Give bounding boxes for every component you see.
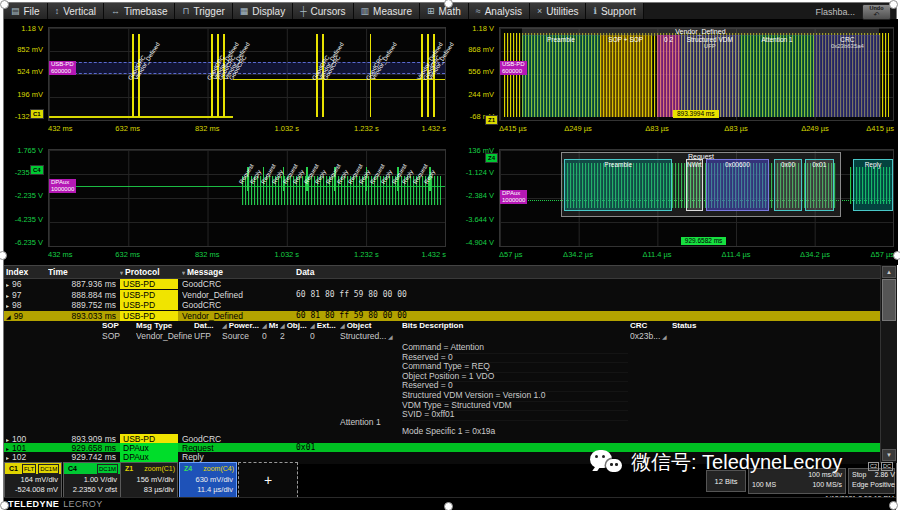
trigger-box[interactable]: C2DCStop2.86 VEdgePositive [848,468,895,494]
decode-segment-reply: Reply [853,159,892,212]
y-tick: -4.235 V [4,216,43,224]
add-trace-button[interactable]: + [238,462,298,498]
channel-badge-z1[interactable]: Z1 [485,115,498,125]
coupling-badge-dc1m: DC1M [97,464,118,474]
resize-handle-bottom-left[interactable] [0,501,9,510]
index-cell: ◢99 [6,311,48,322]
expand-icon[interactable]: ◢ [386,334,392,340]
scroll-up-button[interactable]: ▲ [882,266,896,278]
c1-trace-low [49,116,233,118]
watermark-text: 微信号: TeledyneLecroy [631,449,842,476]
descriptor-offset: -524.008 mV [15,485,58,494]
menu-item-timebase[interactable]: ↔Timebase [104,3,176,19]
column-header-data[interactable]: Data [296,267,856,277]
sort-icon[interactable]: ▾ [182,270,185,276]
decoder-label-usb-pd[interactable]: USB-PD600000 [49,61,76,75]
descriptor-c4[interactable]: C4DC1M1.00 V/div2.2350 V ofst [63,462,121,498]
decode-segment-preamble: Preamble [564,159,672,212]
menu-item-label: Timebase [124,6,168,17]
channel-badge-c4[interactable]: C4 [30,165,44,175]
channel-badge-z4[interactable]: Z4 [485,153,498,163]
scroll-thumb[interactable] [882,279,896,321]
x-tick: Δ249 µs [564,124,592,133]
undo-button[interactable]: Undo ↶ [862,4,891,20]
resize-handle-top-left[interactable] [0,0,9,9]
expand-arrow[interactable]: ▸ [6,293,9,299]
decoder-label-dpaux[interactable]: DPAux1000000 [49,179,76,193]
index-cell: ▸96 [6,279,48,290]
segment-sublabel: 0x23b635a4 [814,43,880,49]
segment-sublabel: UFP [680,43,740,49]
decoder-rate: 1000000 [49,186,76,193]
detail-value-4: Source [222,331,260,341]
resize-handle-bottom-middle[interactable] [444,502,453,510]
resize-handle-bottom-right[interactable] [889,501,898,510]
y-tick: 852 mV [4,46,43,54]
plot-c4[interactable]: RequestReplyRequestReplyRequestReplyRequ… [48,149,446,247]
detail-header-5: ◢Ms [262,321,278,331]
table-row-98[interactable]: ▸98889.752 msUSB-PDGoodCRC [4,300,880,311]
resize-handle-top-right[interactable] [889,0,898,9]
detail-value-row[interactable]: SOPVendor_DefinedUFPSource020Structured.… [4,331,880,342]
utilities-icon: × [537,7,542,16]
descriptor-z1[interactable]: Z1zoom(C1)156 mV/div83 µs/div [120,462,178,498]
watermark: 微信号: TeledyneLecroy [589,447,842,477]
descriptor-c1[interactable]: C1FLTDC1M164 mV/div-524.008 mV [4,462,62,498]
panel-z4: RequestPreambleNWrt0x006000x000x01ReplyD… [451,141,898,265]
menu-item-analysis[interactable]: ≈Analysis [469,3,530,19]
menu-item-support[interactable]: ℹSupport [586,3,643,19]
menu-item-vertical[interactable]: ↕Vertical [48,3,104,19]
column-header-time[interactable]: Time [48,267,116,277]
menu-item-display[interactable]: ▦Display [233,3,293,19]
plot-c1[interactable]: USB-PD600000GoodCRCVendor_DefinedGoodCRC… [48,27,446,121]
resize-handle-right-middle[interactable] [893,251,900,260]
menu-item-utilities[interactable]: ×Utilities [530,3,587,19]
trigger-type: Edge [852,481,868,488]
scroll-down-button[interactable]: ▼ [882,449,896,461]
segment-label: NWrt [687,161,702,168]
x-tick: Δ11.4 µs [642,250,671,259]
flashback-label: Flashba... [815,7,855,17]
sort-icon[interactable]: ▾ [120,270,123,276]
y-tick: 1.18 V [451,25,494,33]
trigger-chips: C2DC [866,462,893,471]
bits-description-line: Mode Specific 1 = 0x19a [402,427,495,437]
y-tick: -4.904 V [451,239,494,247]
y-tick: -1.124 V [451,169,494,177]
y-tick: -3.644 V [451,216,494,224]
decoder-label-dpaux[interactable]: DPAux1000000 [500,190,527,204]
expand-arrow[interactable]: ◢ [6,314,11,320]
channel-badge-c1[interactable]: C1 [30,109,44,119]
table-scrollbar[interactable]: ▲ ▼ [880,265,897,463]
table-row-96[interactable]: ▸96887.936 msUSB-PDGoodCRC [4,279,880,290]
expand-arrow[interactable]: ▸ [6,282,9,288]
x-tick: 1.032 s [274,124,299,133]
descriptor-scale: 164 mV/div [20,475,58,484]
descriptor-z4[interactable]: Z4zoom(C4)630 mV/div11.4 µs/div [179,462,237,498]
panel-c4: RequestReplyRequestReplyRequestReplyRequ… [4,141,450,265]
trigger-source-chip: C2 [868,462,879,471]
column-header-message[interactable]: ▾Message [182,267,294,278]
menu-item-label: Utilities [546,6,578,17]
timebase-samples: 100 MS [752,481,776,488]
trigger-mode: Stop [852,471,868,478]
decoder-label-usb-pd[interactable]: USB-PD600000 [500,61,527,75]
table-row-99[interactable]: ◢99893.033 msUSB-PDVendor_Defined60 81 8… [4,311,880,322]
expand-icon[interactable]: ◢ [660,334,666,340]
column-header-protocol[interactable]: ▾Protocol [120,267,180,278]
segment-label: Preamble [522,36,601,43]
menu-item-measure[interactable]: ▥Measure [354,3,420,19]
plot-z1[interactable]: Vendor_DefinedPreambleSOP + SOP0 2Struct… [499,27,894,121]
expand-arrow[interactable]: ▸ [6,303,9,309]
decoder-name: DPAux [500,190,527,197]
plot-z4[interactable]: RequestPreambleNWrt0x006000x000x01ReplyD… [499,149,894,247]
menu-item-label: Measure [373,6,412,17]
segment-label: Attention 1 [740,36,815,43]
menu-item-file[interactable]: ▤File [4,3,48,19]
detail-header-7: ◢Ext... [310,321,338,331]
menu-item-trigger[interactable]: ⊓Trigger [175,3,232,19]
menu-item-cursors[interactable]: ┼Cursors [293,3,353,19]
trigger-grid: Stop2.86 VEdgePositive [852,471,891,488]
column-header-index[interactable]: Index [6,267,48,277]
table-row-97[interactable]: ▸97888.884 msUSB-PDVendor_Defined60 81 8… [4,290,880,301]
